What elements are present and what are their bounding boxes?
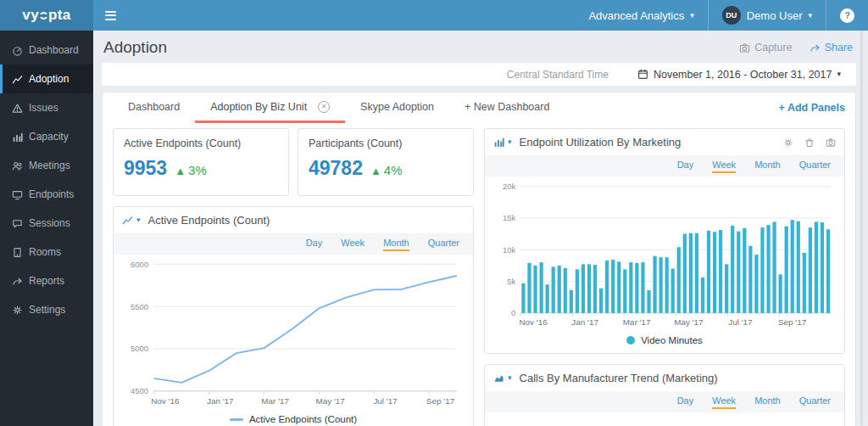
period-week[interactable]: Week: [712, 395, 736, 409]
building-icon: [12, 247, 23, 258]
panel-header: ▾ Endpoint Utilization By Marketing: [485, 129, 844, 155]
panel-endpoint-utilization: ▾ Endpoint Utilization By Marketing DayW…: [484, 128, 845, 354]
period-month[interactable]: Month: [754, 160, 781, 173]
sidebar: DashboardAdoptionIssuesCapacityMeetingsE…: [0, 31, 93, 426]
right-column: ▾ Endpoint Utilization By Marketing DayW…: [484, 128, 845, 426]
kpi-value: 49782: [309, 157, 363, 179]
period-quarter[interactable]: Quarter: [799, 160, 831, 173]
period-month[interactable]: Month: [754, 395, 781, 409]
area-chart-icon: [493, 373, 504, 384]
tab-list: DashboardAdoption By Biz Unit×Skype Adop…: [113, 92, 565, 123]
trash-icon: [804, 137, 815, 148]
sidebar-item-label: Sessions: [29, 217, 70, 229]
svg-text:20k: 20k: [503, 182, 515, 191]
bar-chart-icon: [493, 137, 504, 148]
period-toolbar: DayWeekMonthQuarter: [114, 233, 473, 255]
chart-type-dropdown[interactable]: ▾: [122, 215, 141, 226]
bar-chart-icon: [12, 132, 23, 143]
panels-grid: Active Endpoints (Count) 9953▲3% Partici…: [103, 123, 855, 426]
tab-adoption-by-biz-unit[interactable]: Adoption By Biz Unit×: [195, 92, 345, 123]
scrollbar[interactable]: [860, 31, 863, 426]
active-endpoints-line-chart[interactable]: 4500500055006000Nov '16Jan '17Mar '17May…: [119, 258, 468, 412]
svg-text:May '17: May '17: [315, 396, 345, 406]
share-label: Share: [825, 42, 853, 53]
gear-icon: [783, 137, 793, 148]
period-day[interactable]: Day: [306, 238, 323, 251]
period-day[interactable]: Day: [677, 160, 694, 173]
svg-text:6000: 6000: [131, 260, 148, 269]
svg-text:5500: 5500: [131, 302, 148, 311]
sidebar-item-endpoints[interactable]: Endpoints: [0, 180, 93, 209]
help-button[interactable]: ?: [826, 0, 868, 31]
period-day[interactable]: Day: [677, 395, 694, 409]
tab-label: Dashboard: [128, 101, 180, 113]
chevron-down-icon: ▾: [808, 12, 812, 20]
svg-text:0: 0: [511, 308, 515, 317]
sidebar-item-adoption[interactable]: Adoption: [0, 64, 93, 93]
sidebar-item-issues[interactable]: Issues: [0, 93, 93, 122]
panel-action-camera-icon[interactable]: [826, 137, 836, 148]
chart-area: 4500500055006000Nov '16Jan '17Mar '17May…: [114, 255, 473, 412]
sidebar-item-reports[interactable]: Reports: [0, 266, 93, 295]
tab-skype-adoption[interactable]: Skype Adoption: [345, 92, 449, 123]
period-week[interactable]: Week: [341, 238, 364, 251]
sidebar-item-label: Dashboard: [29, 44, 79, 56]
sidebar-item-label: Reports: [29, 275, 64, 287]
svg-text:Sep '17: Sep '17: [778, 317, 807, 327]
product-menu-label: Advanced Analytics: [588, 9, 684, 22]
sidebar-item-label: Settings: [29, 304, 65, 316]
tab-label: + New Dashboard: [465, 101, 549, 113]
legend-label: Video Minutes: [641, 335, 703, 345]
timezone-label: Central Standard Time: [507, 69, 609, 81]
chart-legend[interactable]: Active Endpoints (Count): [114, 412, 473, 426]
hamburger-menu-icon[interactable]: [105, 11, 116, 20]
tab--new-dashboard[interactable]: + New Dashboard: [449, 92, 565, 123]
chart-type-dropdown[interactable]: ▾: [493, 373, 512, 384]
date-range-picker[interactable]: November 1, 2016 - October 31, 2017 ▾: [632, 68, 846, 81]
capture-button[interactable]: Capture: [739, 42, 792, 53]
dashboard-icon: [12, 45, 23, 56]
svg-text:Nov '16: Nov '16: [519, 317, 548, 327]
sidebar-item-label: Rooms: [29, 246, 61, 258]
share-button[interactable]: Share: [810, 42, 853, 53]
legend-label: Active Endpoints (Count): [249, 414, 357, 424]
add-panels-button[interactable]: + Add Panels: [779, 102, 845, 114]
chevron-down-icon: ▾: [837, 70, 841, 78]
brand-logo[interactable]: vypta: [0, 0, 93, 31]
svg-text:Jan '17: Jan '17: [571, 317, 598, 327]
chart-legend[interactable]: Video Minutes: [485, 333, 844, 353]
panel-action-trash-icon[interactable]: [804, 137, 815, 148]
line-chart-icon: [122, 215, 133, 226]
panel-calls-by-manufacturer: ▾ Calls By Manufacturer Trend (Marketing…: [484, 364, 845, 426]
kpi-card-active-endpoints: Active Endpoints (Count) 9953▲3%: [113, 128, 289, 196]
svg-text:5000: 5000: [131, 344, 148, 353]
advanced-analytics-menu[interactable]: Advanced Analytics ▾: [575, 0, 707, 31]
period-week[interactable]: Week: [712, 160, 736, 173]
panel-action-gear-icon[interactable]: [783, 137, 793, 148]
tab-dashboard[interactable]: Dashboard: [113, 92, 195, 123]
sidebar-item-rooms[interactable]: Rooms: [0, 238, 93, 266]
topbar: vypta Advanced Analytics ▾ DU Demo User …: [0, 0, 868, 31]
chevron-down-icon: ▾: [508, 374, 512, 382]
camera-icon: [739, 42, 750, 53]
warning-icon: [12, 103, 23, 114]
kpi-delta: 3%: [188, 163, 207, 177]
calls-by-manufacturer-chart[interactable]: 3k: [490, 416, 839, 426]
help-icon: ?: [840, 8, 854, 23]
svg-text:Mar '17: Mar '17: [261, 396, 289, 406]
sidebar-item-dashboard[interactable]: Dashboard: [0, 36, 93, 64]
user-menu[interactable]: DU Demo User ▾: [709, 0, 826, 31]
panel-actions: [783, 137, 836, 148]
period-quarter[interactable]: Quarter: [428, 238, 459, 251]
sidebar-item-meetings[interactable]: Meetings: [0, 151, 93, 180]
sidebar-item-sessions[interactable]: Sessions: [0, 209, 93, 238]
period-quarter[interactable]: Quarter: [799, 395, 831, 409]
close-tab-icon[interactable]: ×: [318, 101, 330, 113]
chart-type-dropdown[interactable]: ▾: [493, 137, 512, 148]
sidebar-item-settings[interactable]: Settings: [0, 295, 93, 324]
endpoint-utilization-bar-chart[interactable]: 05k10k15k20kNov '16Jan '17Mar '17May '17…: [490, 180, 839, 333]
period-month[interactable]: Month: [383, 238, 409, 251]
monitor-icon: [12, 189, 23, 200]
sidebar-item-capacity[interactable]: Capacity: [0, 122, 93, 151]
panel-header: ▾ Calls By Manufacturer Trend (Marketing…: [485, 365, 844, 391]
